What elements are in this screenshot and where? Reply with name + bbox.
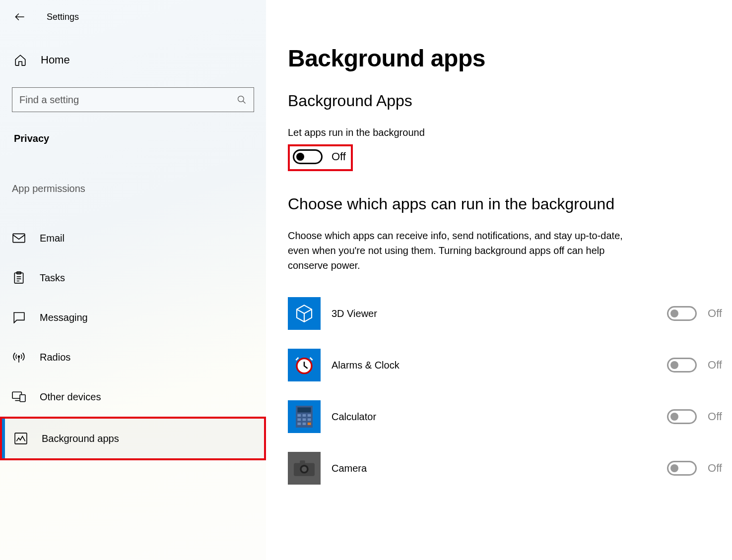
- messaging-icon: [12, 311, 25, 323]
- section-description: Choose which apps can receive info, send…: [288, 228, 645, 273]
- app-toggle-3d-viewer[interactable]: [667, 306, 697, 321]
- app-icon-calculator: [288, 400, 321, 433]
- master-toggle-state: Off: [332, 150, 346, 163]
- app-toggle-camera[interactable]: [667, 461, 697, 476]
- svg-rect-22: [300, 460, 305, 464]
- header: Settings: [0, 9, 266, 25]
- app-icon-3d-viewer: [288, 297, 321, 330]
- section-heading-1: Background Apps: [288, 92, 732, 110]
- svg-point-24: [302, 467, 307, 472]
- toggle-knob: [296, 153, 304, 161]
- app-name: 3D Viewer: [332, 308, 656, 319]
- app-toggle-state: Off: [708, 359, 722, 372]
- sidebar-item-background-apps[interactable]: Background apps: [2, 419, 264, 458]
- app-icon-camera: [288, 452, 321, 485]
- search-box[interactable]: [12, 87, 254, 112]
- app-toggle-alarms[interactable]: [667, 358, 697, 373]
- app-row-alarms: Alarms & Clock Off: [288, 339, 732, 391]
- app-toggle-state: Off: [708, 410, 722, 423]
- app-name: Alarms & Clock: [332, 360, 656, 371]
- camera-icon: [294, 460, 315, 476]
- sidebar-item-label: Email: [40, 233, 65, 244]
- sidebar: Settings Home Privacy App permissions Em…: [0, 0, 266, 560]
- app-name: Camera: [332, 463, 656, 474]
- group-label: App permissions: [0, 183, 266, 194]
- home-nav[interactable]: Home: [0, 54, 266, 66]
- svg-rect-16: [303, 418, 306, 421]
- master-toggle-label: Let apps run in the background: [288, 127, 732, 138]
- page-title: Background apps: [288, 45, 732, 72]
- sidebar-item-other-devices[interactable]: Other devices: [0, 377, 266, 417]
- app-toggle-calculator[interactable]: [667, 409, 697, 424]
- sidebar-item-label: Tasks: [40, 272, 65, 284]
- svg-rect-18: [297, 423, 301, 425]
- sidebar-item-tasks[interactable]: Tasks: [0, 258, 266, 298]
- home-icon: [14, 54, 27, 66]
- app-name: Calculator: [332, 411, 656, 423]
- calculator-icon: [295, 406, 313, 428]
- background-apps-icon: [14, 433, 27, 444]
- section-heading-2: Choose which apps can run in the backgro…: [288, 195, 732, 213]
- svg-rect-15: [297, 418, 301, 421]
- master-toggle[interactable]: [293, 149, 323, 164]
- svg-rect-11: [297, 407, 311, 412]
- app-toggle-state: Off: [708, 307, 722, 320]
- app-toggle-state: Off: [708, 462, 722, 475]
- svg-rect-6: [20, 395, 25, 402]
- svg-rect-2: [14, 273, 23, 283]
- highlight-box-toggle: Off: [288, 144, 353, 171]
- main-content: Background apps Background Apps Let apps…: [266, 0, 732, 560]
- section-title: Privacy: [0, 133, 266, 144]
- back-button[interactable]: [12, 9, 28, 25]
- search-container: [0, 87, 266, 112]
- svg-rect-1: [13, 234, 25, 242]
- app-row-calculator: Calculator Off: [288, 391, 732, 442]
- app-row-3d-viewer: 3D Viewer Off: [288, 288, 732, 339]
- home-label: Home: [41, 54, 70, 66]
- svg-rect-17: [308, 418, 311, 421]
- svg-rect-19: [303, 423, 306, 425]
- sidebar-item-label: Background apps: [42, 433, 119, 444]
- radios-icon: [12, 351, 25, 364]
- email-icon: [12, 233, 25, 243]
- sidebar-item-radios[interactable]: Radios: [0, 337, 266, 377]
- svg-rect-20: [308, 423, 311, 425]
- devices-icon: [12, 391, 26, 402]
- search-input[interactable]: [19, 94, 237, 106]
- clock-icon: [294, 355, 314, 375]
- svg-rect-12: [297, 414, 301, 417]
- svg-point-0: [238, 96, 244, 102]
- settings-title: Settings: [47, 12, 79, 22]
- tasks-icon: [13, 271, 25, 284]
- svg-rect-14: [308, 414, 311, 417]
- sidebar-item-messaging[interactable]: Messaging: [0, 298, 266, 337]
- back-arrow-icon: [13, 10, 26, 23]
- sidebar-item-label: Messaging: [40, 312, 88, 323]
- app-row-camera: Camera Off: [288, 442, 732, 494]
- sidebar-item-label: Radios: [40, 352, 70, 363]
- highlight-box-sidebar: Background apps: [0, 417, 266, 460]
- svg-point-4: [18, 356, 19, 357]
- cube-icon: [294, 304, 314, 323]
- search-icon: [237, 95, 247, 105]
- svg-rect-13: [303, 414, 306, 417]
- sidebar-item-email[interactable]: Email: [0, 218, 266, 258]
- app-icon-alarms: [288, 349, 321, 381]
- sidebar-item-label: Other devices: [40, 391, 101, 403]
